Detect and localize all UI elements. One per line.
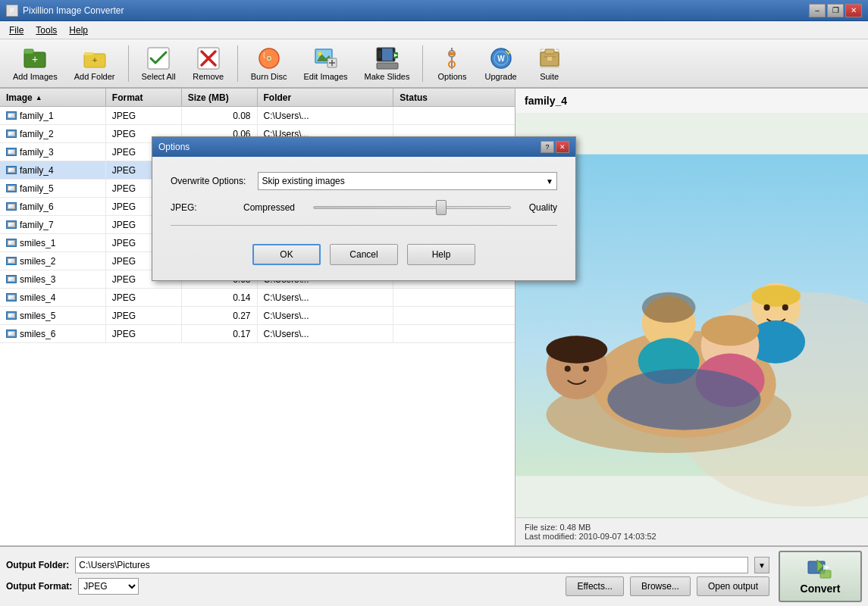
options-dialog: Options ? ✕ Overwrite Options: Skip exis… (152, 136, 576, 281)
compressed-label: Compressed (243, 202, 295, 213)
dialog-title: Options (158, 142, 190, 152)
quality-slider[interactable] (313, 206, 511, 209)
overwrite-value: Skip existing images (262, 176, 344, 186)
jpeg-label: JPEG: (171, 202, 231, 213)
slider-thumb[interactable] (436, 200, 447, 215)
dialog-body: Overwrite Options: Skip existing images … (152, 157, 575, 280)
ok-button[interactable]: OK (252, 244, 321, 265)
dialog-help-button[interactable]: ? (541, 141, 554, 153)
quality-label: Quality (529, 202, 557, 213)
dialog-controls: ? ✕ (541, 141, 569, 153)
cancel-button[interactable]: Cancel (330, 244, 398, 265)
dialog-overlay: Options ? ✕ Overwrite Options: Skip exis… (0, 0, 868, 606)
jpeg-row: JPEG: Compressed Quality (171, 202, 557, 213)
dialog-divider (171, 225, 557, 226)
overwrite-dropdown-arrow: ▼ (546, 177, 553, 186)
overwrite-row: Overwrite Options: Skip existing images … (171, 172, 557, 190)
overwrite-select[interactable]: Skip existing images ▼ (258, 172, 557, 190)
help-button-footer[interactable]: Help (407, 244, 475, 265)
dialog-title-bar: Options ? ✕ (152, 137, 575, 157)
overwrite-label: Overwrite Options: (171, 176, 246, 186)
dialog-footer: OK Cancel Help (171, 238, 557, 265)
dialog-close-button[interactable]: ✕ (556, 141, 569, 153)
